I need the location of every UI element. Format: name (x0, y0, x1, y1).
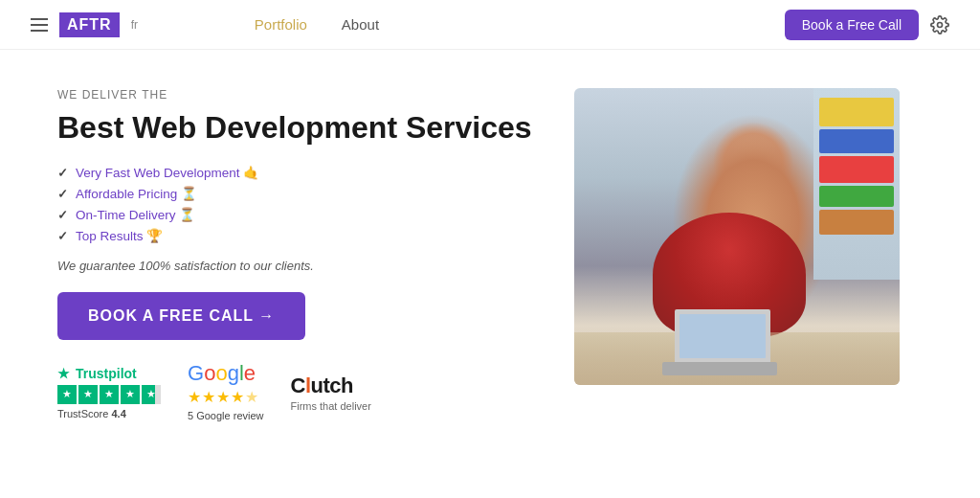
trustpilot-score-value: 4.4 (111, 408, 125, 419)
check-icon-4: ✓ (57, 229, 68, 243)
trustpilot-stars: ★ ★ ★ ★ ★ (57, 385, 161, 404)
trustpilot-score: TrustScore 4.4 (57, 408, 161, 419)
trustpilot-star-icon: ★ (57, 366, 70, 381)
feature-text-3: On-Time Delivery ⏳ (76, 207, 195, 222)
settings-icon[interactable] (930, 15, 949, 34)
book-free-call-nav-button[interactable]: Book a Free Call (785, 10, 919, 40)
trustpilot-logo: ★ Trustpilot (57, 366, 161, 381)
hero-image-col (574, 88, 900, 421)
feature-item-1: ✓ Very Fast Web Development 🤙 (57, 165, 536, 180)
trustpilot-block: ★ Trustpilot ★ ★ ★ ★ ★ TrustScore 4.4 (57, 366, 161, 419)
features-list: ✓ Very Fast Web Development 🤙 ✓ Affordab… (57, 165, 536, 243)
g-star-1: ★ (188, 388, 201, 406)
tp-star-2: ★ (78, 385, 98, 404)
logo[interactable]: AFTR (59, 12, 120, 37)
navigation: AFTR fr Portfolio About Book a Free Call (0, 0, 980, 50)
feature-item-2: ✓ Affordable Pricing ⏳ (57, 186, 536, 201)
hamburger-menu[interactable] (31, 18, 48, 32)
tp-star-half: ★ (142, 385, 161, 404)
g-star-2: ★ (202, 388, 215, 406)
feature-item-3: ✓ On-Time Delivery ⏳ (57, 207, 536, 222)
nav-right: Book a Free Call (785, 10, 949, 40)
sub-heading: WE DELIVER THE (57, 88, 536, 102)
book-free-call-cta-button[interactable]: BOOK A FREE CALL → (57, 292, 305, 340)
google-review-count: 5 (188, 410, 193, 421)
trustpilot-score-label: TrustScore (57, 408, 111, 419)
feature-text-1: Very Fast Web Development 🤙 (76, 165, 259, 180)
hero-left: WE DELIVER THE Best Web Development Serv… (57, 88, 536, 421)
nav-link-about[interactable]: About (342, 16, 379, 33)
tp-star-3: ★ (100, 385, 119, 404)
guarantee-text: We guarantee 100% satisfaction to our cl… (57, 259, 536, 273)
check-icon-3: ✓ (57, 208, 68, 222)
logo-subtitle: fr (131, 18, 138, 32)
nav-links: Portfolio About (255, 16, 379, 33)
feature-text-2: Affordable Pricing ⏳ (76, 186, 197, 201)
feature-item-4: ✓ Top Results 🏆 (57, 228, 536, 243)
nav-link-portfolio[interactable]: Portfolio (255, 16, 307, 33)
google-review-label: Google review (196, 410, 263, 421)
svg-point-0 (938, 22, 943, 27)
hero-image (574, 88, 900, 385)
feature-text-4: Top Results 🏆 (76, 228, 163, 243)
google-block: Google ★ ★ ★ ★ ★ 5 Google review (188, 363, 264, 421)
tp-star-4: ★ (121, 385, 140, 404)
trustpilot-name: Trustpilot (76, 366, 137, 381)
tp-star-1: ★ (57, 385, 77, 404)
google-stars: ★ ★ ★ ★ ★ (188, 388, 264, 406)
google-logo: Google (188, 363, 264, 384)
nav-left: AFTR fr (31, 12, 138, 37)
main-title: Best Web Development Services (57, 109, 536, 146)
g-star-3: ★ (216, 388, 230, 406)
clutch-logo: Clutch (291, 374, 371, 398)
clutch-block: Clutch Firms that deliver (291, 374, 371, 412)
google-review: 5 Google review (188, 410, 264, 421)
g-star-4: ★ (231, 388, 244, 406)
social-proof: ★ Trustpilot ★ ★ ★ ★ ★ TrustScore 4.4 (57, 363, 536, 421)
clutch-tagline: Firms that deliver (291, 400, 371, 412)
check-icon-1: ✓ (57, 166, 68, 180)
check-icon-2: ✓ (57, 187, 68, 201)
g-star-half: ★ (245, 388, 258, 406)
main-content: WE DELIVER THE Best Web Development Serv… (0, 50, 980, 450)
